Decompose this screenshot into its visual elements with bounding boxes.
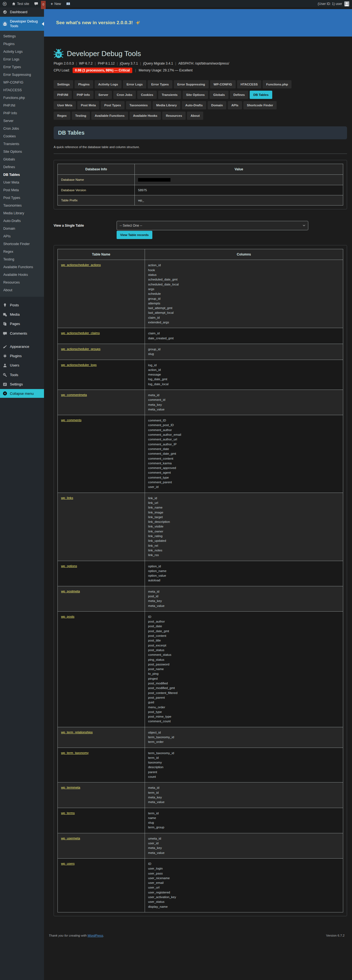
view-table-records-button[interactable]: View Table records bbox=[117, 231, 152, 239]
table-name-link[interactable]: wp_usermeta bbox=[61, 837, 80, 840]
submenu-item[interactable]: Available Hooks bbox=[0, 271, 44, 278]
tab[interactable]: Auto-Drafts bbox=[182, 101, 206, 109]
submenu-item[interactable]: Settings bbox=[0, 32, 44, 40]
sidebar-item-users[interactable]: Users bbox=[0, 361, 44, 370]
sidebar-item-dashboard[interactable]: Dashboard bbox=[0, 7, 44, 17]
table-name-link[interactable]: wp_options bbox=[61, 564, 77, 568]
tab[interactable]: Plugins bbox=[75, 80, 93, 89]
tab[interactable]: Defines bbox=[230, 91, 249, 99]
tab[interactable]: Cron Jobs bbox=[113, 91, 136, 99]
submenu-item[interactable]: Server bbox=[0, 117, 44, 125]
table-name-link[interactable]: wp_commentmeta bbox=[61, 393, 87, 396]
new-content-button[interactable]: + New bbox=[48, 0, 64, 7]
submenu-item[interactable]: Cron Jobs bbox=[0, 125, 44, 132]
submenu-item[interactable]: Error Logs bbox=[0, 56, 44, 63]
wordpress-logo-icon[interactable]: W bbox=[0, 0, 10, 7]
tab[interactable]: Server bbox=[95, 91, 112, 99]
tab[interactable]: Taxonomies bbox=[126, 101, 151, 109]
tab[interactable]: Error Suppressing bbox=[174, 80, 209, 89]
table-name-link[interactable]: wp_termmeta bbox=[61, 786, 80, 789]
tab[interactable]: Functions.php bbox=[262, 80, 291, 89]
submenu-item[interactable]: PHP Info bbox=[0, 109, 44, 117]
site-name-link[interactable]: Test site bbox=[10, 0, 32, 7]
tab[interactable]: Error Types bbox=[148, 80, 173, 89]
submenu-item[interactable]: PHP.INI bbox=[0, 102, 44, 109]
sidebar-item-media[interactable]: Media bbox=[0, 310, 44, 319]
table-name-link[interactable]: wp_users bbox=[61, 862, 75, 865]
sidebar-item-tools[interactable]: Tools bbox=[0, 370, 44, 380]
submenu-item[interactable]: Media Library bbox=[0, 209, 44, 217]
table-name-link[interactable]: wp_term_taxonomy bbox=[61, 751, 88, 754]
submenu-item[interactable]: Defines bbox=[0, 163, 44, 171]
submenu-item[interactable]: Regex bbox=[0, 248, 44, 256]
tab[interactable]: Site Options bbox=[182, 91, 208, 99]
tab[interactable]: PHP Info bbox=[73, 91, 93, 99]
submenu-item[interactable]: Domain bbox=[0, 225, 44, 232]
tab[interactable]: Domain bbox=[208, 101, 226, 109]
submenu-item[interactable]: Error Types bbox=[0, 63, 44, 71]
sidebar-item-appearance[interactable]: Appearance bbox=[0, 342, 44, 352]
submenu-item[interactable]: Shortcode Finder bbox=[0, 240, 44, 248]
table-name-link[interactable]: wp_term_relationships bbox=[61, 730, 93, 734]
sidebar-item-comments[interactable]: Comments bbox=[0, 329, 44, 338]
tab[interactable]: Shortcode Finder bbox=[243, 101, 277, 109]
tab[interactable]: Settings bbox=[54, 80, 73, 89]
submenu-item[interactable]: Post Meta bbox=[0, 186, 44, 194]
tab[interactable]: Available Functions bbox=[91, 111, 128, 120]
tab[interactable]: Post Meta bbox=[77, 101, 99, 109]
tab[interactable]: APIs bbox=[228, 101, 242, 109]
table-name-link[interactable]: wp_links bbox=[61, 496, 73, 500]
submenu-item[interactable]: Auto-Drafts bbox=[0, 217, 44, 225]
submenu-item[interactable]: DB Tables bbox=[0, 171, 44, 178]
tab[interactable]: Regex bbox=[54, 111, 70, 120]
table-name-link[interactable]: wp_terms bbox=[61, 811, 75, 815]
submenu-item[interactable]: User Meta bbox=[0, 178, 44, 186]
submenu-item[interactable]: Error Suppressing bbox=[0, 71, 44, 79]
sidebar-item-plugins[interactable]: Plugins bbox=[0, 352, 44, 361]
tab[interactable]: Media Library bbox=[153, 101, 181, 109]
user-id-label[interactable]: (User ID: 1) user bbox=[318, 2, 342, 6]
tab[interactable]: Transients bbox=[158, 91, 181, 99]
wordpress-link[interactable]: WordPress bbox=[88, 934, 103, 937]
sidebar-item-developer-debug-tools[interactable]: W Developer Debug Tools bbox=[0, 17, 44, 31]
tab[interactable]: PHP.INI bbox=[54, 91, 72, 99]
tab[interactable]: Available Hooks bbox=[130, 111, 161, 120]
tab[interactable]: WP-CONFIG bbox=[210, 80, 236, 89]
sidebar-item-settings[interactable]: Settings bbox=[0, 380, 44, 389]
whats-new-banner[interactable]: See what's new in version 2.0.0.3! bbox=[44, 9, 352, 37]
tab[interactable]: About bbox=[187, 111, 203, 120]
sidebar-item-posts[interactable]: Posts bbox=[0, 301, 44, 310]
submenu-item[interactable]: Resources bbox=[0, 278, 44, 286]
submenu-item[interactable]: Testing bbox=[0, 256, 44, 263]
submenu-item[interactable]: About bbox=[0, 286, 44, 294]
table-select[interactable]: -- Select One -- bbox=[117, 221, 308, 230]
table-name-link[interactable]: wp_posts bbox=[61, 615, 75, 618]
submenu-item[interactable]: Transients bbox=[0, 140, 44, 148]
submenu-item[interactable]: Cookies bbox=[0, 132, 44, 140]
tab[interactable]: Testing bbox=[72, 111, 90, 120]
submenu-item[interactable]: Post Types bbox=[0, 194, 44, 202]
tab[interactable]: Post Types bbox=[101, 101, 125, 109]
submenu-item[interactable]: APIs bbox=[0, 232, 44, 240]
comments-link[interactable]: 0 bbox=[32, 0, 48, 7]
tab[interactable]: Resources bbox=[162, 111, 186, 120]
tab[interactable]: HTACCESS bbox=[237, 80, 261, 89]
table-name-link[interactable]: wp_actionscheduler_actions bbox=[61, 263, 101, 267]
avatar[interactable] bbox=[344, 2, 349, 6]
table-name-link[interactable]: wp_postmeta bbox=[61, 590, 80, 593]
table-name-link[interactable]: wp_comments bbox=[61, 418, 82, 422]
submenu-item[interactable]: Functions.php bbox=[0, 94, 44, 102]
submenu-item[interactable]: Available Functions bbox=[0, 263, 44, 271]
book-icon[interactable] bbox=[64, 0, 73, 7]
tab[interactable]: Cookies bbox=[137, 91, 157, 99]
submenu-item[interactable]: WP-CONFIG bbox=[0, 79, 44, 86]
tab[interactable]: Globals bbox=[210, 91, 228, 99]
sidebar-item-pages[interactable]: Pages bbox=[0, 319, 44, 329]
table-name-link[interactable]: wp_actionscheduler_claims bbox=[61, 331, 100, 335]
tab[interactable]: DB Tables bbox=[250, 91, 272, 99]
submenu-item[interactable]: Site Options bbox=[0, 148, 44, 156]
tab[interactable]: Activity Logs bbox=[94, 80, 122, 89]
submenu-item[interactable]: Plugins bbox=[0, 40, 44, 48]
submenu-item[interactable]: HTACCESS bbox=[0, 86, 44, 94]
tab[interactable]: User Meta bbox=[54, 101, 76, 109]
